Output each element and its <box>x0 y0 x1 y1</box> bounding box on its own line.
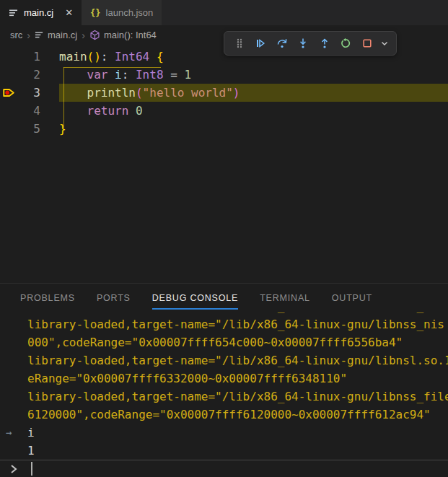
editor-gutter[interactable]: 2 <box>0 66 59 84</box>
panel-tab-bar: PROBLEMS PORTS DEBUG CONSOLE TERMINAL OU… <box>0 284 448 312</box>
editor-gutter[interactable]: 3 <box>0 84 59 102</box>
chevron-right-icon: › <box>82 30 85 41</box>
tab-ports[interactable]: PORTS <box>97 284 131 312</box>
line-number: 1 <box>33 48 40 66</box>
console-line: 6120000",codeRange="0x00007ffff6120000~0… <box>0 406 448 424</box>
console-line: library-loaded,target-name="/lib/x86_64-… <box>0 315 448 333</box>
debug-console-input[interactable] <box>0 460 448 477</box>
tab-main-cj[interactable]: main.cj ✕ <box>0 0 82 25</box>
text-cursor <box>31 462 32 476</box>
console-line: eRange="0x00007ffff6332000~0x00007ffff63… <box>0 369 448 388</box>
editor-tab-bar: main.cj ✕ {} launch.json <box>0 0 448 25</box>
input-echo-arrow-icon: → <box>6 424 12 442</box>
tab-terminal[interactable]: TERMINAL <box>260 284 310 312</box>
editor-gutter[interactable]: 4 <box>0 102 59 120</box>
debug-toolbar <box>224 31 397 56</box>
symbol-method-icon <box>89 30 100 40</box>
debug-stop-button[interactable] <box>358 34 376 53</box>
debug-step-out-button[interactable] <box>315 34 333 53</box>
tab-debug-console[interactable]: DEBUG CONSOLE <box>152 284 238 312</box>
chevron-right-icon: › <box>27 30 30 41</box>
debug-step-into-button[interactable] <box>294 34 312 53</box>
tab-label: launch.json <box>106 7 154 18</box>
editor-gutter[interactable]: 1 <box>0 48 59 66</box>
prompt-chevron-icon <box>7 463 20 476</box>
console-line: library-loaded,target-name="/lib/x86_64-… <box>0 388 448 406</box>
debug-continue-button[interactable] <box>251 34 269 53</box>
code-line[interactable]: 4 return 0 <box>0 102 448 120</box>
editor-gutter[interactable]: 5 <box>0 120 59 138</box>
line-number: 3 <box>33 84 40 102</box>
gripper-icon[interactable] <box>230 34 248 53</box>
console-line: library-loaded,target-name="/lib/x86_64-… <box>0 351 448 369</box>
tab-launch-json[interactable]: {} launch.json <box>82 0 162 25</box>
debug-console-output[interactable]: library-loaded,target-name="/lib/x86_64-… <box>0 312 448 460</box>
braces-icon: {} <box>90 8 100 18</box>
file-lines-icon <box>35 30 44 40</box>
line-number: 4 <box>33 102 40 120</box>
bottom-panel: PROBLEMS PORTS DEBUG CONSOLE TERMINAL OU… <box>0 283 448 477</box>
debug-restart-button[interactable] <box>336 34 354 53</box>
breadcrumb-item-symbol[interactable]: main(): Int64 <box>89 30 157 40</box>
breakpoint-current-line-icon[interactable] <box>2 86 15 100</box>
code-text: println("hello world") <box>59 84 448 102</box>
code-line[interactable]: 2 var i: Int8 = 1 <box>0 66 448 84</box>
close-icon[interactable]: ✕ <box>65 8 73 17</box>
code-editor[interactable]: 1main(): Int64 {2 var i: Int8 = 13 print… <box>0 45 448 283</box>
debug-step-over-button[interactable] <box>273 34 291 53</box>
bracket-guide-horizontal <box>63 67 161 68</box>
tab-label: main.cj <box>24 7 53 18</box>
console-line: 1 <box>0 442 448 460</box>
vscode-window: main.cj ✕ {} launch.json src › main.cj › <box>0 0 448 477</box>
console-line: →i <box>0 424 448 442</box>
breadcrumb-item-src[interactable]: src <box>10 30 22 40</box>
tab-output[interactable]: OUTPUT <box>332 284 372 312</box>
line-number: 5 <box>33 120 40 138</box>
bracket-guide-vertical <box>63 67 64 128</box>
code-text: var i: Int8 = 1 <box>59 66 448 84</box>
breadcrumb-item-file[interactable]: main.cj <box>35 30 77 40</box>
debug-more-dropdown[interactable] <box>379 34 390 53</box>
code-text: } <box>59 120 448 138</box>
console-line: 000",codeRange="0x00007ffff654c000~0x000… <box>0 333 448 351</box>
file-lines-icon <box>9 8 19 18</box>
code-text: return 0 <box>59 102 448 120</box>
tab-problems[interactable]: PROBLEMS <box>20 284 75 312</box>
code-line[interactable]: 5} <box>0 120 448 138</box>
line-number: 2 <box>33 66 40 84</box>
code-line[interactable]: 3 println("hello world") <box>0 84 448 102</box>
